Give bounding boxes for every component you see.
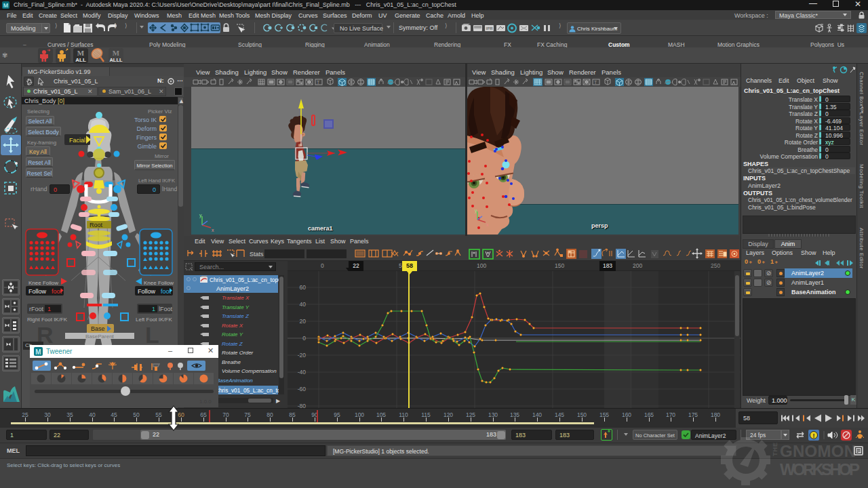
svg-text:ALLL: ALLL [109,57,123,63]
svg-text:Base: Base [91,325,105,332]
svg-text:BaseParent: BaseParent [85,333,115,340]
svg-text:THE: THE [771,443,778,457]
svg-text:Knee Follow: Knee Follow [144,280,174,286]
svg-text:Follow: Follow [28,288,47,295]
svg-text:-40: -40 [298,369,307,375]
svg-text:rFoot: rFoot [29,306,44,312]
svg-text:T: T [317,80,320,85]
svg-text:1: 1 [152,306,155,312]
svg-text:40: 40 [300,301,307,308]
svg-text:M: M [113,49,120,57]
svg-text:M: M [35,348,41,356]
svg-text:Stats: Stats [250,251,264,258]
svg-text:ALL: ALL [75,57,86,63]
svg-text:20: 20 [300,318,307,325]
svg-text:60: 60 [300,284,307,291]
svg-text:Facial: Facial [69,137,85,144]
svg-text:GNOMON: GNOMON [780,442,856,460]
svg-text:M: M [3,2,9,9]
svg-text:IPR: IPR [486,26,493,30]
svg-text:1: 1 [47,306,51,312]
svg-text:0: 0 [302,335,306,342]
svg-text:Follow: Follow [138,288,156,295]
svg-text:lFoot: lFoot [159,306,173,312]
svg-text:y: y [475,208,477,214]
svg-text:Root: Root [90,222,103,228]
svg-text:Knee Follow: Knee Follow [28,280,58,286]
svg-text:x: x [212,228,214,232]
svg-text:WORKSHOP: WORKSHOP [780,460,860,479]
svg-text:M: M [77,49,85,57]
svg-text:-20: -20 [298,352,307,359]
svg-text:x: x [486,222,489,227]
svg-text:T: T [594,80,597,85]
svg-text:foot: foot [52,288,62,295]
svg-text:L: L [145,322,159,348]
svg-text:-60: -60 [298,386,307,392]
svg-text:-80: -80 [298,403,307,408]
